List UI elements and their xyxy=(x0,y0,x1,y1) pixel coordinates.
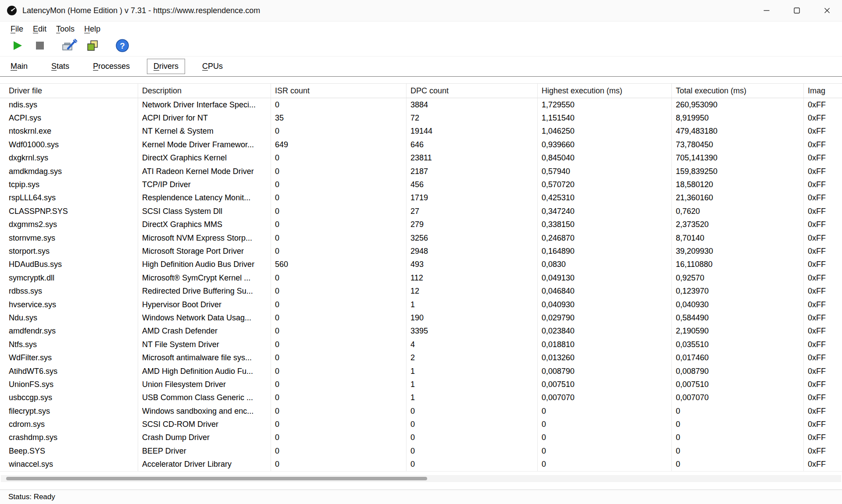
table-cell: 0 xyxy=(538,405,672,418)
table-row[interactable]: rspLLL64.sysResplendence Latency Monit..… xyxy=(0,192,842,205)
menu-help[interactable]: Help xyxy=(79,23,105,35)
table-row[interactable]: hvservice.sysHypervisor Boot Driver010,0… xyxy=(0,298,842,311)
table-row[interactable]: ndis.sysNetwork Driver Interface Speci..… xyxy=(0,98,842,111)
window-controls xyxy=(751,0,842,21)
table-cell: 0xFF xyxy=(804,245,842,258)
table-cell: 0 xyxy=(271,231,407,245)
tab-main[interactable]: Main xyxy=(4,59,34,74)
table-row[interactable]: filecrypt.sysWindows sandboxing and enc.… xyxy=(0,405,842,418)
maximize-button[interactable] xyxy=(781,0,812,21)
play-icon xyxy=(11,39,24,53)
app-icon[interactable] xyxy=(6,5,18,16)
menu-file-label: ile xyxy=(15,25,23,33)
table-row[interactable]: ACPI.sysACPI Driver for NT35721,1515408,… xyxy=(0,111,842,124)
table-cell: 16,110880 xyxy=(672,258,804,271)
menu-tools-label: ools xyxy=(60,25,75,33)
scrollbar-thumb[interactable] xyxy=(6,477,427,480)
table-cell: DirectX Graphics MMS xyxy=(138,218,271,231)
table-cell: 0 xyxy=(271,338,407,351)
tab-processes[interactable]: Processes xyxy=(86,59,136,74)
table-cell: Windows sandboxing and enc... xyxy=(138,405,271,418)
table-row[interactable]: amdfendr.sysAMD Crash Defender033950,023… xyxy=(0,325,842,338)
tab-processes-accel: P xyxy=(93,62,98,71)
table-cell: 159,839250 xyxy=(672,165,804,178)
table-row[interactable]: Beep.SYSBEEP Driver00000xFF xyxy=(0,444,842,458)
start-monitor-button[interactable] xyxy=(8,38,26,55)
table-cell: 0 xyxy=(271,205,407,218)
table-row[interactable]: amdkmdag.sysATI Radeon Kernel Mode Drive… xyxy=(0,165,842,178)
table-cell: 12 xyxy=(407,284,538,298)
table-cell: 0,123970 xyxy=(672,284,804,298)
table-cell: Redirected Drive Buffering Su... xyxy=(138,284,271,298)
table-cell: HDAudBus.sys xyxy=(0,258,138,271)
column-header-highest-execution[interactable]: Highest execution (ms) xyxy=(538,84,672,98)
table-cell: amdfendr.sys xyxy=(0,325,138,338)
table-cell: Ndu.sys xyxy=(0,311,138,324)
column-header-image-base[interactable]: Imag xyxy=(804,84,842,98)
table-cell: Hypervisor Boot Driver xyxy=(138,298,271,311)
table-cell: 0xFF xyxy=(804,338,842,351)
copy-report-button[interactable] xyxy=(83,38,102,55)
table-cell: CLASSPNP.SYS xyxy=(0,205,138,218)
table-row[interactable]: stornvme.sysMicrosoft NVM Express Storp.… xyxy=(0,231,842,245)
table-cell: 0 xyxy=(271,431,407,444)
table-cell: 1,046250 xyxy=(538,125,672,138)
table-row[interactable]: dxgkrnl.sysDirectX Graphics Kernel023811… xyxy=(0,152,842,165)
table-cell: Microsoft® SymCrypt Kernel ... xyxy=(138,271,271,284)
tabstrip: Main Stats Processes Drivers CPUs xyxy=(0,57,842,77)
table-row[interactable]: Ntfs.sysNT File System Driver040,0188100… xyxy=(0,338,842,351)
table-cell: 260,953090 xyxy=(672,98,804,111)
tab-drivers[interactable]: Drivers xyxy=(147,59,185,74)
column-header-total-execution[interactable]: Total execution (ms) xyxy=(672,84,804,98)
column-header-description[interactable]: Description xyxy=(138,84,271,98)
table-row[interactable]: dxgmms2.sysDirectX Graphics MMS02790,338… xyxy=(0,218,842,231)
horizontal-scrollbar[interactable] xyxy=(1,475,841,482)
table-row[interactable]: HDAudBus.sysHigh Definition Audio Bus Dr… xyxy=(0,258,842,271)
minimize-button[interactable] xyxy=(751,0,781,21)
table-row[interactable]: symcryptk.dllMicrosoft® SymCrypt Kernel … xyxy=(0,271,842,284)
tab-cpus[interactable]: CPUs xyxy=(196,59,229,74)
table-cell: 0 xyxy=(407,405,538,418)
table-row[interactable]: CLASSPNP.SYSSCSI Class System Dll0270,34… xyxy=(0,205,842,218)
table-row[interactable]: storport.sysMicrosoft Storage Port Drive… xyxy=(0,245,842,258)
table-row[interactable]: rdbss.sysRedirected Drive Buffering Su..… xyxy=(0,284,842,298)
titlebar[interactable]: LatencyMon (Home Edition ) v 7.31 - http… xyxy=(0,0,842,21)
table-row[interactable]: Ndu.sysWindows Network Data Usag...01900… xyxy=(0,311,842,324)
stop-monitor-button[interactable] xyxy=(31,38,49,55)
column-header-isr-count[interactable]: ISR count xyxy=(271,84,407,98)
menu-tools[interactable]: Tools xyxy=(51,23,79,35)
table-row[interactable]: cdrom.sysSCSI CD-ROM Driver00000xFF xyxy=(0,418,842,431)
table-row[interactable]: winaccel.sysAccelerator Driver Library00… xyxy=(0,458,842,471)
table-row[interactable]: usbccgp.sysUSB Common Class Generic ...0… xyxy=(0,391,842,405)
table-cell: ACPI.sys xyxy=(0,111,138,124)
tab-stats[interactable]: Stats xyxy=(45,59,76,74)
table-cell: 0xFF xyxy=(804,192,842,205)
table-row[interactable]: tcpip.sysTCP/IP Driver04560,57072018,580… xyxy=(0,178,842,191)
table-cell: 0 xyxy=(271,298,407,311)
table-cell: usbccgp.sys xyxy=(0,391,138,405)
table-row[interactable]: Wdf01000.sysKernel Mode Driver Framewor.… xyxy=(0,138,842,151)
table-cell: 0 xyxy=(407,418,538,431)
table-row[interactable]: WdFilter.sysMicrosoft antimalware file s… xyxy=(0,351,842,364)
table-cell: 1 xyxy=(407,391,538,405)
menu-edit[interactable]: Edit xyxy=(28,23,51,35)
table-row[interactable]: AtihdWT6.sysAMD High Definition Audio Fu… xyxy=(0,365,842,378)
close-button[interactable] xyxy=(812,0,842,21)
help-button[interactable]: ? xyxy=(113,38,132,55)
table-row[interactable]: UnionFS.sysUnion Filesystem Driver010,00… xyxy=(0,378,842,391)
table-row[interactable]: ntoskrnl.exeNT Kernel & System0191441,04… xyxy=(0,125,842,138)
svg-text:?: ? xyxy=(120,41,125,50)
column-header-dpc-count[interactable]: DPC count xyxy=(407,84,538,98)
table-cell: 0xFF xyxy=(804,218,842,231)
table-cell: rspLLL64.sys xyxy=(0,192,138,205)
table-cell: 0,035510 xyxy=(672,338,804,351)
menu-file[interactable]: File xyxy=(6,23,28,35)
table-header: Driver file Description ISR count DPC co… xyxy=(0,83,842,98)
table-cell: AtihdWT6.sys xyxy=(0,365,138,378)
driver-options-button[interactable] xyxy=(61,38,79,55)
table-cell: 456 xyxy=(407,178,538,191)
table-cell: 72 xyxy=(407,111,538,124)
table-row[interactable]: crashdmp.sysCrash Dump Driver00000xFF xyxy=(0,431,842,444)
tab-main-label: ain xyxy=(17,62,28,71)
column-header-driver-file[interactable]: Driver file xyxy=(0,84,138,98)
